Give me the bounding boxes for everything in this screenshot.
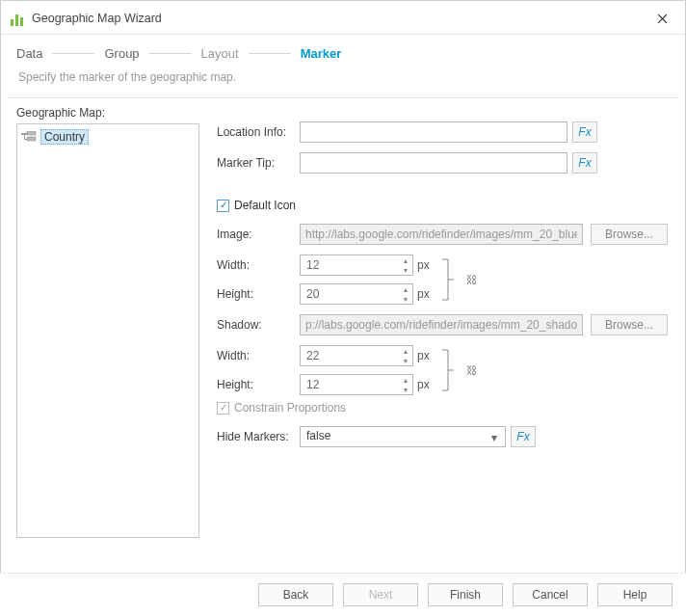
close-icon: [657, 13, 668, 24]
unit-label: px: [417, 287, 430, 301]
default-icon-checkbox[interactable]: [217, 200, 229, 212]
tree-item-country[interactable]: Country: [19, 128, 197, 146]
hide-markers-select[interactable]: false ▾: [300, 426, 506, 447]
marker-tip-input[interactable]: [300, 152, 567, 174]
spinner-up[interactable]: ▲: [399, 346, 412, 356]
hide-markers-fx-button[interactable]: Fx: [511, 426, 536, 447]
marker-tip-label: Marker Tip:: [217, 156, 300, 170]
shadow-width-label: Width:: [217, 349, 300, 362]
tree-label: Geographic Map:: [16, 106, 199, 120]
spinner-down[interactable]: ▼: [399, 265, 412, 275]
location-info-label: Location Info:: [217, 125, 300, 139]
help-button[interactable]: Help: [597, 583, 673, 606]
app-icon: [11, 11, 26, 26]
svg-rect-1: [27, 131, 36, 135]
step-marker[interactable]: Marker: [301, 46, 342, 61]
unit-label: px: [417, 349, 430, 362]
location-info-fx-button[interactable]: Fx: [572, 121, 597, 143]
next-button: Next: [343, 583, 418, 606]
wizard-steps: Data Group Layout Marker: [1, 35, 685, 65]
svg-rect-3: [24, 134, 25, 139]
chain-icon: ⛓: [466, 274, 477, 285]
shadow-height-input[interactable]: [300, 374, 413, 395]
spinner-down[interactable]: ▼: [399, 356, 412, 365]
wizard-footer: Back Next Finish Cancel Help: [0, 573, 686, 616]
image-width-label: Width:: [217, 258, 300, 272]
svg-rect-4: [24, 139, 27, 140]
window-title: Geographic Map Wizard: [32, 12, 648, 25]
shadow-label: Shadow:: [217, 318, 300, 332]
image-width-input[interactable]: [300, 254, 413, 276]
shadow-input[interactable]: [300, 314, 583, 335]
shadow-width-input[interactable]: [300, 345, 413, 366]
image-height-input[interactable]: [300, 283, 413, 305]
image-height-label: Height:: [217, 287, 300, 301]
marker-tip-fx-button[interactable]: Fx: [572, 152, 597, 174]
image-label: Image:: [217, 228, 300, 241]
cancel-button[interactable]: Cancel: [513, 583, 588, 606]
step-group[interactable]: Group: [104, 46, 139, 61]
spinner-up[interactable]: ▲: [399, 255, 412, 265]
constrain-proportions-label: Constrain Proportions: [234, 401, 346, 415]
geographic-map-tree[interactable]: Country: [16, 123, 199, 538]
step-layout[interactable]: Layout: [201, 46, 239, 61]
finish-button[interactable]: Finish: [428, 583, 503, 606]
hide-markers-label: Hide Markers:: [217, 430, 300, 443]
shadow-height-label: Height:: [217, 378, 300, 391]
proportions-link-icon: [439, 254, 457, 305]
default-icon-label: Default Icon: [234, 199, 296, 212]
proportions-link-icon: [439, 345, 457, 395]
svg-rect-2: [27, 137, 36, 141]
spinner-down[interactable]: ▼: [399, 385, 412, 394]
image-input[interactable]: [300, 224, 583, 245]
unit-label: px: [417, 378, 430, 391]
tree-item-label: Country: [40, 129, 89, 145]
wizard-subtitle: Specify the marker of the geographic map…: [1, 65, 685, 97]
shadow-browse-button[interactable]: Browse...: [591, 314, 668, 335]
hide-markers-value: false: [306, 429, 330, 442]
spinner-up[interactable]: ▲: [399, 284, 412, 294]
tree-node-icon: [21, 131, 37, 143]
step-data[interactable]: Data: [16, 46, 42, 61]
close-button[interactable]: [648, 9, 675, 28]
unit-label: px: [417, 258, 430, 272]
constrain-proportions-checkbox: [217, 402, 229, 415]
chevron-down-icon: ▾: [488, 431, 501, 444]
chain-icon: ⛓: [466, 364, 477, 376]
location-info-input[interactable]: [300, 121, 567, 143]
spinner-down[interactable]: ▼: [399, 294, 412, 304]
image-browse-button[interactable]: Browse...: [591, 224, 668, 245]
spinner-up[interactable]: ▲: [399, 375, 412, 385]
back-button[interactable]: Back: [258, 583, 333, 606]
